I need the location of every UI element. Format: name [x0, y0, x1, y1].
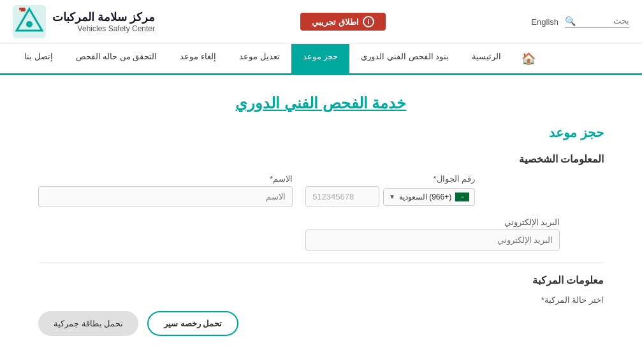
email-label: البريد الإلكتروني — [305, 217, 560, 227]
personal-info-title: المعلومات الشخصية — [38, 153, 604, 165]
nav-item-inspection-items[interactable]: بنود الفحص الفني الدوري — [349, 44, 460, 75]
info-icon: i — [363, 16, 374, 27]
language-button[interactable]: English — [531, 17, 558, 27]
demo-banner: i اطلاق تجريبي — [300, 13, 386, 31]
search-icon[interactable]: 🔍 — [565, 16, 576, 26]
phone-col: رقم الجوال* 🇸🇦 (+966) السعودية ▼ — [305, 174, 475, 207]
nav-item-contact[interactable]: إتصل بنا — [13, 44, 64, 75]
logo-arabic: مركز سلامة المركبات — [52, 10, 155, 24]
country-select[interactable]: 🇸🇦 (+966) السعودية ▼ — [383, 188, 475, 206]
main-content: خدمة الفحص الفني الدوري حجز موعد المعلوم… — [0, 75, 642, 355]
vehicle-section: معلومات المركبة اختر حالة المركبة* تحمل … — [38, 274, 604, 336]
nav-item-home[interactable]: الرئيسية — [460, 44, 513, 75]
country-code-text: (+966) السعودية — [399, 193, 451, 201]
logo-english: Vehicles Safety Center — [52, 24, 155, 33]
logo-area: مركز سلامة المركبات Vehicles Safety Cent… — [13, 5, 155, 38]
email-input[interactable] — [305, 229, 560, 251]
search-wrapper: 🔍 — [565, 16, 629, 28]
booking-title: حجز موعد — [38, 125, 604, 140]
email-row: البريد الإلكتروني — [38, 217, 604, 251]
driving-license-button[interactable]: تحمل رخصه سير — [147, 311, 238, 336]
vehicle-status-label: اختر حالة المركبة* — [38, 295, 604, 305]
svg-point-2 — [26, 21, 33, 27]
logo-text: مركز سلامة المركبات Vehicles Safety Cent… — [52, 10, 155, 33]
nav-item-edit[interactable]: تعديل موعد — [228, 44, 291, 75]
svg-text:🇸🇦: 🇸🇦 — [460, 195, 465, 200]
search-input[interactable] — [578, 16, 629, 25]
logo-icon: ae — [13, 5, 46, 38]
customs-card-button[interactable]: تحمل بطاقة جمركية — [38, 311, 138, 336]
page-title: خدمة الفحص الفني الدوري — [38, 94, 604, 112]
section-divider — [38, 262, 604, 263]
nav-home-icon[interactable]: 🏠 — [513, 44, 544, 73]
name-input[interactable] — [38, 186, 293, 207]
nav-bar: 🏠 الرئيسية بنود الفحص الفني الدوري حجز م… — [0, 44, 642, 75]
email-col: البريد الإلكتروني — [305, 217, 560, 251]
nav-item-booking[interactable]: حجز موعد — [291, 44, 350, 75]
name-col: الاسم* — [38, 174, 293, 207]
name-label: الاسم* — [38, 174, 293, 184]
top-bar: 🔍 English i اطلاق تجريبي مركز سلامة المر… — [0, 0, 642, 44]
nav-item-check-status[interactable]: التحقق من حاله الفحص — [64, 44, 169, 75]
top-bar-left: 🔍 English — [531, 16, 629, 28]
nav-item-cancel[interactable]: إلغاء موعد — [168, 44, 228, 75]
demo-label: اطلاق تجريبي — [312, 17, 359, 27]
phone-label: رقم الجوال* — [305, 174, 475, 184]
flag-saudi: 🇸🇦 — [455, 193, 469, 201]
vehicle-status-buttons: تحمل رخصه سير تحمل بطاقة جمركية — [38, 311, 604, 336]
phone-input[interactable] — [305, 186, 379, 207]
name-phone-row: رقم الجوال* 🇸🇦 (+966) السعودية ▼ الاسم* — [38, 174, 604, 207]
chevron-down-icon: ▼ — [389, 193, 395, 200]
vehicle-info-title: معلومات المركبة — [38, 274, 604, 286]
svg-text:ae: ae — [17, 8, 21, 12]
